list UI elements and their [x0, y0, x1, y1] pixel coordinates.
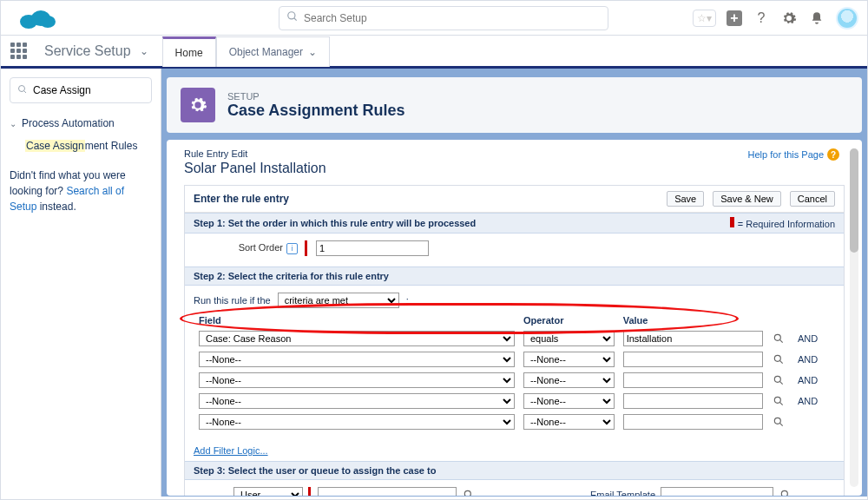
svg-line-6	[24, 90, 27, 93]
notification-bell-icon[interactable]	[808, 10, 825, 27]
help-question-icon: ?	[827, 148, 839, 161]
page-title: Case Assignment Rules	[227, 102, 404, 120]
setup-nav: Service Setup⌄ Home Object Manager⌄	[1, 36, 867, 69]
page-header: SETUP Case Assignment Rules	[167, 77, 862, 133]
lookup-icon[interactable]	[772, 415, 786, 429]
global-search-input[interactable]	[304, 12, 601, 24]
app-name[interactable]: Service Setup⌄	[36, 36, 157, 66]
criteria-value-input[interactable]	[623, 414, 763, 430]
criteria-operator-select[interactable]: --None--	[523, 352, 615, 367]
lookup-icon[interactable]	[772, 332, 786, 345]
email-template-input[interactable]	[661, 487, 773, 496]
step3-bar: Step 3: Select the user or queue to assi…	[185, 461, 844, 480]
lookup-icon[interactable]	[779, 488, 792, 496]
criteria-conjunction	[794, 412, 833, 431]
col-field: Field	[195, 313, 518, 327]
content-area: SETUP Case Assignment Rules Help for thi…	[161, 69, 867, 497]
criteria-value-input[interactable]	[623, 331, 763, 346]
lookup-icon[interactable]	[772, 394, 786, 408]
app-launcher-icon[interactable]	[1, 36, 36, 66]
svg-line-16	[779, 423, 783, 426]
criteria-value-input[interactable]	[623, 372, 763, 388]
cancel-button[interactable]: Cancel	[790, 191, 835, 207]
svg-line-14	[779, 402, 783, 405]
sort-order-label: Sort Orderi	[194, 242, 298, 254]
add-icon[interactable]: +	[727, 10, 742, 26]
salesforce-logo	[18, 6, 56, 30]
sort-order-input[interactable]	[316, 240, 429, 256]
save-button[interactable]: Save	[667, 191, 704, 207]
criteria-row: Case: Case ReasonequalsAND	[195, 329, 833, 348]
rule-title: Solar Panel Installation	[184, 161, 845, 176]
tab-home[interactable]: Home	[162, 36, 216, 67]
chevron-down-icon: ⌄	[10, 119, 16, 128]
tree-category-process-automation[interactable]: ⌄ Process Automation	[10, 117, 152, 129]
run-rule-select[interactable]: criteria are met	[278, 293, 399, 308]
criteria-row: --None----None--AND	[195, 371, 833, 390]
sidebar-search[interactable]	[10, 77, 152, 103]
col-operator: Operator	[520, 313, 618, 327]
sidebar-no-results: Didn't find what you were looking for? S…	[10, 168, 152, 214]
criteria-operator-select[interactable]: --None--	[523, 372, 615, 388]
criteria-value-input[interactable]	[623, 352, 763, 367]
header-actions: ☆▾ + ?	[693, 7, 858, 30]
step1-bar: Step 1: Set the order in which this rule…	[185, 213, 844, 234]
svg-point-2	[40, 16, 56, 28]
tree-item-case-assignment-rules[interactable]: Case Assignment Rules	[10, 136, 152, 155]
criteria-operator-select[interactable]: equals	[523, 331, 615, 346]
user-avatar[interactable]	[836, 7, 858, 30]
criteria-field-select[interactable]: --None--	[199, 352, 515, 367]
criteria-field-select[interactable]: --None--	[199, 393, 515, 409]
criteria-field-select[interactable]: --None--	[199, 414, 515, 430]
svg-point-17	[464, 490, 470, 496]
svg-point-19	[781, 490, 787, 496]
help-icon[interactable]: ?	[753, 10, 770, 27]
required-indicator-icon	[308, 487, 311, 496]
chevron-down-icon: ⌄	[140, 45, 148, 57]
criteria-conjunction: AND	[794, 329, 833, 348]
criteria-conjunction: AND	[794, 391, 833, 411]
assign-type-select[interactable]: User	[233, 487, 303, 496]
save-and-new-button[interactable]: Save & New	[713, 191, 781, 207]
svg-point-3	[288, 12, 295, 19]
criteria-field-select[interactable]: Case: Case Reason	[199, 331, 515, 346]
detail-panel: Help for this Page? Rule Entry Edit Sola…	[167, 140, 862, 496]
lookup-icon[interactable]	[462, 488, 476, 496]
lookup-icon[interactable]	[772, 352, 786, 366]
breadcrumb: Rule Entry Edit	[184, 148, 845, 159]
global-header: ☆▾ + ?	[1, 1, 867, 36]
criteria-field-select[interactable]: --None--	[199, 372, 515, 388]
svg-point-5	[19, 85, 25, 91]
favorites-button[interactable]: ☆▾	[693, 10, 716, 27]
search-icon	[17, 84, 28, 97]
svg-line-8	[779, 339, 783, 343]
lookup-icon[interactable]	[772, 373, 786, 387]
criteria-conjunction: AND	[794, 350, 833, 369]
email-template-label: Email Template	[590, 490, 655, 496]
svg-line-10	[779, 360, 783, 364]
add-filter-logic-link[interactable]: Add Filter Logic...	[185, 440, 844, 461]
scrollbar[interactable]	[850, 148, 858, 487]
search-icon	[286, 10, 299, 25]
help-link[interactable]: Help for this Page?	[748, 148, 839, 161]
criteria-operator-select[interactable]: --None--	[523, 393, 615, 409]
setup-gear-icon[interactable]	[780, 10, 798, 27]
run-rule-label: Run this rule if the	[194, 295, 271, 306]
page-eyebrow: SETUP	[227, 91, 404, 102]
criteria-row: --None----None--AND	[195, 391, 833, 411]
global-search[interactable]	[279, 6, 608, 30]
col-value: Value	[620, 313, 792, 327]
required-indicator-icon	[730, 217, 734, 227]
page-icon-gear	[181, 88, 215, 122]
criteria-operator-select[interactable]: --None--	[523, 414, 615, 430]
tab-object-manager[interactable]: Object Manager⌄	[216, 36, 330, 67]
assign-value-input[interactable]	[318, 487, 457, 496]
criteria-value-input[interactable]	[623, 393, 763, 409]
criteria-table: Field Operator Value Case: Case Reasoneq…	[194, 312, 835, 433]
chevron-down-icon: ⌄	[308, 46, 317, 58]
sidebar-search-input[interactable]	[33, 84, 144, 96]
info-icon[interactable]: i	[286, 243, 298, 254]
required-indicator-icon	[305, 240, 307, 256]
section-enter-rule: Enter the rule entry Save Save & New Can…	[185, 186, 844, 213]
step2-bar: Step 2: Select the criteria for this rul…	[185, 266, 844, 286]
